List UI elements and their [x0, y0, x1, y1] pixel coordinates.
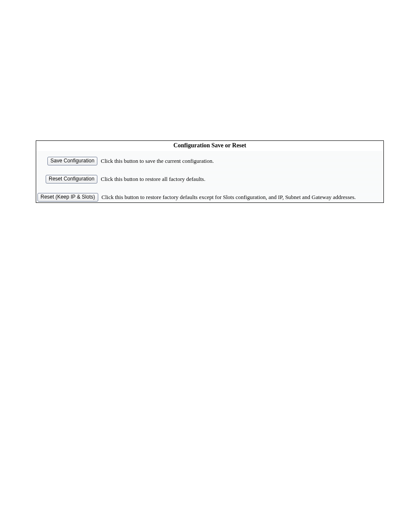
- save-configuration-button[interactable]: Save Configuration: [47, 157, 97, 165]
- config-save-reset-panel: Configuration Save or Reset Save Configu…: [36, 140, 384, 203]
- panel-title: Configuration Save or Reset: [36, 141, 383, 151]
- reset-keep-ip-slots-button[interactable]: Reset (Keep IP & Slots): [37, 193, 98, 202]
- reset-keep-ip-row: Reset (Keep IP & Slots) Click this butto…: [36, 192, 383, 202]
- spacer: [36, 151, 383, 156]
- save-config-row: Save Configuration Click this button to …: [36, 156, 383, 166]
- reset-config-row: Reset Configuration Click this button to…: [36, 174, 383, 184]
- reset-configuration-button[interactable]: Reset Configuration: [46, 175, 97, 184]
- reset-configuration-description: Click this button to restore all factory…: [97, 176, 206, 183]
- reset-keep-ip-slots-description: Click this button to restore factory def…: [98, 194, 356, 201]
- spacer: [36, 166, 383, 171]
- save-configuration-description: Click this button to save the current co…: [97, 158, 214, 165]
- spacer: [36, 184, 383, 190]
